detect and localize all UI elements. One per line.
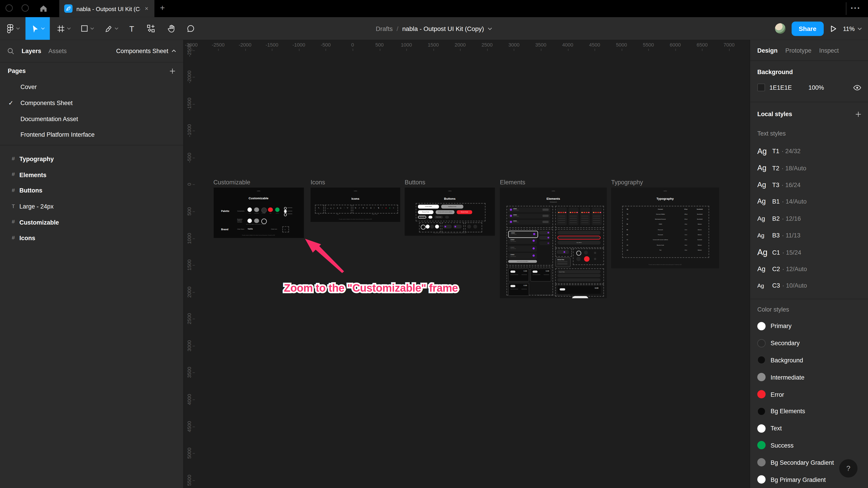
frame-tool-button[interactable] (54, 17, 74, 40)
mini-toggle (576, 256, 581, 261)
layer-item[interactable]: #Buttons (0, 183, 183, 199)
color-style-row[interactable]: Background (750, 352, 868, 369)
window-circle-forward[interactable] (22, 4, 29, 12)
present-play-icon[interactable] (830, 25, 837, 32)
text-style-row[interactable]: AgB3· 11/13 (750, 227, 868, 243)
layer-item[interactable]: #Icons (0, 230, 183, 246)
right-panel-tabs: DesignPrototypeInspect (750, 40, 868, 61)
background-swatch[interactable] (757, 84, 765, 91)
search-icon[interactable] (7, 47, 14, 55)
frame-layer-icon: # (7, 219, 20, 225)
frame-label-typography[interactable]: Typography (611, 179, 643, 185)
mini-selector-card (568, 207, 579, 225)
color-style-row[interactable]: Secondary (750, 335, 868, 352)
add-page-icon[interactable] (169, 68, 176, 74)
mini-chain-card: OSMOChain Domain (508, 253, 537, 259)
frame-label-buttons[interactable]: Buttons (405, 179, 425, 185)
comment-bubble-icon (186, 24, 195, 33)
ruler-tick (193, 50, 195, 51)
layer-name: Icons (20, 235, 35, 241)
layer-item[interactable]: #Elements (0, 167, 183, 183)
avatar[interactable] (775, 23, 785, 34)
text-tool-button[interactable]: T (126, 17, 137, 40)
color-style-row[interactable]: Error (750, 386, 868, 402)
text-style-row[interactable]: AgC3· 10/Auto (750, 277, 868, 294)
color-style-row[interactable]: Text (750, 420, 868, 437)
style-name: C2 (772, 265, 780, 272)
panel-tab-prototype[interactable]: Prototype (785, 47, 811, 53)
color-style-name: Bg Primary Gradient (771, 476, 826, 483)
pen-tool-button[interactable] (101, 17, 121, 40)
home-icon[interactable] (39, 4, 48, 13)
add-style-icon[interactable] (855, 111, 862, 117)
layer-item[interactable]: #Typography (0, 151, 183, 167)
window-circle-back[interactable] (5, 4, 13, 12)
text-style-row[interactable]: AgC1· 15/24 (750, 243, 868, 260)
new-tab-button[interactable]: + (160, 3, 165, 12)
text-layer-icon: T (7, 203, 20, 209)
style-name: B2 (772, 215, 780, 222)
background-hex[interactable]: 1E1E1E (770, 84, 792, 91)
text-style-row[interactable]: AgC2· 12/Auto (750, 260, 868, 277)
style-sample: Ag (757, 147, 772, 156)
shape-tool-button[interactable] (78, 17, 97, 40)
layer-item[interactable]: TLarge - 24px (0, 199, 183, 215)
breadcrumb-drafts[interactable]: Drafts (376, 25, 393, 32)
frame-label-customizable[interactable]: Customizable (213, 179, 250, 185)
text-style-row[interactable]: AgT2· 18/Auto (750, 160, 868, 176)
text-style-row[interactable]: AgT1· 24/32 (750, 143, 868, 160)
style-sample: Ag (757, 198, 772, 205)
frame-elements[interactable]: nablaElementsProudly made by Nabla for t… (500, 187, 607, 298)
panel-tab-inspect[interactable]: Inspect (819, 47, 839, 53)
color-style-row[interactable]: Bg Elements (750, 403, 868, 420)
color-style-row[interactable]: Intermediate (750, 369, 868, 386)
tab-close-icon[interactable]: × (144, 4, 150, 13)
resources-tool-button[interactable] (145, 17, 156, 40)
page-selector[interactable]: Components Sheet (116, 48, 176, 54)
file-tab[interactable]: nabla - Outpost UI Kit (Copy) × (59, 0, 154, 17)
frame-typography[interactable]: nablaTypographyProudly made by Nabla for… (611, 187, 719, 268)
tab-assets[interactable]: Assets (49, 48, 67, 54)
color-style-row[interactable]: Primary (750, 318, 868, 335)
frame-buttons[interactable]: nablaButtonsProudly made by Nabla for th… (405, 187, 495, 235)
background-opacity[interactable]: 100% (808, 84, 824, 91)
breadcrumb-filename[interactable]: nabla - Outpost UI Kit (Copy) (402, 25, 484, 32)
canvas[interactable]: -3000-2500-2000-1500-1000-50005001000150… (184, 40, 749, 488)
panel-tab-design[interactable]: Design (757, 47, 778, 53)
page-item[interactable]: Documentation Asset (0, 111, 183, 127)
mini-recovery-button: Connect with recovery address (508, 260, 537, 263)
zoom-menu[interactable]: 11% (843, 25, 862, 32)
mini-chip (510, 285, 515, 287)
comment-tool-button[interactable] (185, 17, 196, 40)
page-item[interactable]: ✓Components Sheet (0, 95, 183, 111)
figma-logo-icon (6, 24, 14, 33)
frame-icons[interactable]: nablaIconsProudly made by Nabla for the … (311, 187, 400, 222)
hand-tool-button[interactable] (165, 17, 177, 40)
help-button[interactable]: ? (839, 459, 858, 478)
mini-chain-sub: Chain Domain (510, 256, 516, 256)
page-item[interactable]: Cover (0, 79, 183, 95)
overflow-menu-icon[interactable]: ••• (851, 5, 861, 11)
mini-chip (532, 270, 537, 273)
page-item[interactable]: Frontend Platform Interface (0, 127, 183, 142)
share-button[interactable]: Share (792, 21, 824, 36)
right-panel: DesignPrototypeInspect Background 1E1E1E… (749, 40, 868, 488)
mini-color-dot (569, 212, 571, 213)
text-style-row[interactable]: AgT3· 16/24 (750, 176, 868, 193)
text-style-row[interactable]: AgB1· 14/Auto (750, 193, 868, 210)
main-menu-button[interactable] (4, 17, 22, 40)
move-tool-button[interactable] (26, 17, 50, 40)
text-style-row[interactable]: AgB2· 12/16 (750, 210, 868, 227)
mini-token-dot (563, 251, 565, 253)
tab-layers[interactable]: Layers (22, 48, 41, 54)
layer-item[interactable]: #Customizable (0, 215, 183, 230)
color-style-row[interactable]: Success (750, 437, 868, 454)
eye-icon[interactable] (853, 84, 862, 90)
mini-table-cell: T1 (627, 208, 638, 210)
mini-token-name: OSMO (513, 214, 517, 215)
frame-label-elements[interactable]: Elements (500, 179, 525, 185)
mini-line (581, 222, 588, 223)
frame-label-icons[interactable]: Icons (311, 179, 325, 185)
mini-icon-glyph: | (334, 207, 334, 209)
frame-customizable[interactable]: nablaCustomizableProudly made by Nabla f… (213, 187, 304, 238)
